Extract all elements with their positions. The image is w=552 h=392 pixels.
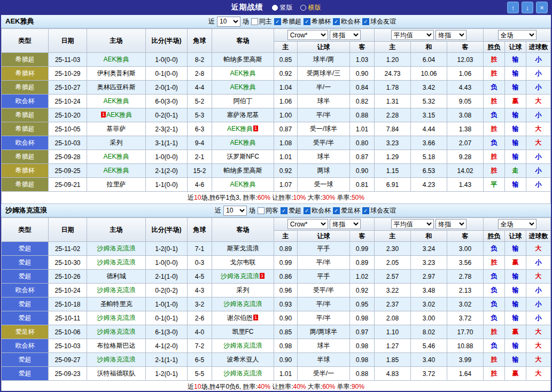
scope-select[interactable]: 全场 xyxy=(498,219,537,229)
home-team-link[interactable]: 德利城 xyxy=(107,272,126,280)
home-team-link[interactable]: 伊利奥普利斯 xyxy=(97,69,136,77)
scroll-down-icon[interactable]: ↓ xyxy=(522,2,533,13)
home-team-link[interactable]: AEK雅典 xyxy=(103,153,129,160)
league-checkbox-1[interactable]: 希腊杯 xyxy=(304,17,331,26)
same-venue-checkbox[interactable]: 同客 xyxy=(258,206,278,215)
away-team-link[interactable]: AEK雅典 xyxy=(227,125,253,132)
home-team-link[interactable]: 沙姆洛克流浪 xyxy=(97,314,136,322)
home-team-link[interactable]: 拉里萨 xyxy=(107,181,126,188)
away-team-link[interactable]: AEK雅典 xyxy=(230,181,255,188)
league-type-cell: 欧会杯 xyxy=(2,284,49,297)
recent-count-select[interactable]: 10 xyxy=(217,17,240,27)
avg-away-cell: 3.99 xyxy=(447,353,484,367)
layout-horizontal-radio[interactable]: 横版 xyxy=(300,3,321,12)
away-team-link[interactable]: 沙姆洛克流浪 xyxy=(224,370,262,377)
home-team-link[interactable]: 布拉格斯巴达 xyxy=(97,342,136,349)
home-odds-cell: 0.99 xyxy=(274,256,298,270)
away-team-link[interactable]: 采列 xyxy=(237,286,250,294)
home-team-cell: 采列 xyxy=(87,136,146,150)
away-team-link[interactable]: AEK雅典 xyxy=(230,83,255,91)
away-team-link[interactable]: 沙姆洛克流浪 xyxy=(224,300,262,308)
score-cell: 6-1(3-0) xyxy=(146,325,188,339)
away-team-link[interactable]: 帕纳多里高斯 xyxy=(224,56,262,63)
away-team-link[interactable]: 谢尔伯恩 xyxy=(227,314,253,322)
home-team-link[interactable]: 采列 xyxy=(110,139,123,146)
away-team-link[interactable]: 塞萨洛尼基 xyxy=(227,111,259,119)
same-venue-checkbox[interactable]: 同主 xyxy=(251,17,272,26)
league-checkbox-3[interactable]: 球会友谊 xyxy=(362,17,396,26)
average-select[interactable]: 平均值 xyxy=(391,30,434,40)
home-team-cell: 圣帕特里克 xyxy=(87,297,146,311)
handicap-cell: 球半 xyxy=(298,150,350,164)
away-team-link[interactable]: 斯莱戈流浪 xyxy=(227,245,259,252)
home-team-link[interactable]: AEK雅典 xyxy=(103,56,129,63)
home-odds-cell: 1.07 xyxy=(274,178,298,192)
handicap-cell: 受平/半 xyxy=(298,284,350,297)
bookmaker-select[interactable]: Crow* xyxy=(287,219,328,229)
handicap-stage-select[interactable]: 终指 xyxy=(330,219,361,229)
summary-row: 近10场,胜4平0负6, 胜率:40% 让胜率:40% 大率:60% 单率:90… xyxy=(2,381,551,392)
subcol-avg-away: 客 xyxy=(447,42,484,53)
summary-row: 近10场,胜6平1负3, 胜率:60% 让胜率:10% 大率:30% 单率:50… xyxy=(2,192,551,204)
league-checkbox-2[interactable]: 欧会杯 xyxy=(333,17,360,26)
home-team-link[interactable]: 沙姆洛克流浪 xyxy=(97,286,136,294)
away-team-link[interactable]: 沙姆洛克流浪 xyxy=(221,272,259,280)
home-team-link[interactable]: 沃特福德联队 xyxy=(97,370,136,377)
home-team-link[interactable]: AEK雅典 xyxy=(106,111,132,119)
league-type-cell: 欧会杯 xyxy=(2,136,49,150)
away-team-link[interactable]: 阿伯丁 xyxy=(234,97,253,105)
away-team-link[interactable]: 沙姆洛克流浪 xyxy=(224,342,262,349)
home-team-link[interactable]: 沙姆洛克流浪 xyxy=(97,328,136,335)
handicap-result-cell: 输 xyxy=(505,150,526,164)
home-odds-cell: 0.85 xyxy=(274,325,298,339)
window-title: 近期战绩 xyxy=(231,3,263,12)
away-team-link[interactable]: AEK雅典 xyxy=(230,69,255,77)
away-team-link[interactable]: 戈尔韦联 xyxy=(230,258,256,266)
average-select[interactable]: 平均值 xyxy=(391,219,434,229)
subcol-away-odds: 客 xyxy=(350,231,375,242)
scope-select[interactable]: 全场 xyxy=(498,30,537,40)
layout-vertical-radio[interactable]: 竖版 xyxy=(272,3,293,12)
league-checkbox-2[interactable]: 爱足杯 xyxy=(333,206,360,215)
bookmaker-select[interactable]: Crow* xyxy=(287,30,328,40)
avg-home-cell: 1.85 xyxy=(375,353,411,367)
result-group-header: 全场 xyxy=(484,218,551,231)
home-team-link[interactable]: 沙姆洛克流浪 xyxy=(97,258,136,266)
away-team-link[interactable]: 帕纳多里高斯 xyxy=(224,167,262,174)
league-type-cell: 爱超 xyxy=(2,367,49,381)
away-team-link[interactable]: AEK雅典 xyxy=(230,139,255,146)
avg-draw-cell: 3.02 xyxy=(411,297,447,311)
result-cell: 胜 xyxy=(484,95,505,108)
home-team-link[interactable]: AEK雅典 xyxy=(103,167,129,174)
away-team-link[interactable]: 波希米亚人 xyxy=(227,356,259,363)
near-label: 近 xyxy=(208,17,215,26)
scroll-up-icon[interactable]: ↑ xyxy=(507,2,519,13)
home-team-link[interactable]: AEK雅典 xyxy=(103,97,129,105)
goals-result-cell: 小 xyxy=(526,67,551,81)
recent-count-select[interactable]: 10 xyxy=(223,206,247,216)
away-odds-cell: 1.02 xyxy=(350,270,375,284)
close-icon[interactable]: × xyxy=(536,2,548,13)
away-team-link[interactable]: 沃罗斯NFC xyxy=(227,153,259,160)
home-team-link[interactable]: 基菲萨 xyxy=(107,125,126,132)
league-checkbox-0[interactable]: 爱超 xyxy=(281,206,301,215)
average-stage-select[interactable]: 终指 xyxy=(436,219,467,229)
away-team-cell: 阿伯丁 xyxy=(212,95,274,108)
home-team-link[interactable]: 圣帕特里克 xyxy=(100,300,133,308)
league-checkbox-1[interactable]: 欧会杯 xyxy=(304,206,331,215)
date-cell: 25-09-27 xyxy=(49,353,87,367)
league-checkbox-3[interactable]: 球会友谊 xyxy=(362,206,396,215)
layout-radio-group: 竖版 横版 xyxy=(272,3,321,12)
avg-draw-cell: 5.46 xyxy=(411,339,447,353)
away-team-cell: 波希米亚人 xyxy=(212,353,274,367)
handicap-stage-select[interactable]: 终指 xyxy=(330,30,361,40)
matches-table: 类型 日期 主场 比分(半场) 角球 客场 Crow* 终指 平均值 终指 xyxy=(1,28,551,204)
home-team-link[interactable]: 沙姆洛克流浪 xyxy=(97,245,136,252)
average-stage-select[interactable]: 终指 xyxy=(436,30,467,40)
handicap-cell: 平/半 xyxy=(298,311,350,325)
league-checkbox-0[interactable]: 希腊超 xyxy=(274,17,301,26)
home-team-link[interactable]: 奥林匹亚科斯 xyxy=(97,83,136,91)
home-team-link[interactable]: 沙姆洛克流浪 xyxy=(97,356,136,363)
avg-draw-cell: 3.24 xyxy=(411,242,447,256)
away-team-link[interactable]: 凯里FC xyxy=(232,328,254,335)
